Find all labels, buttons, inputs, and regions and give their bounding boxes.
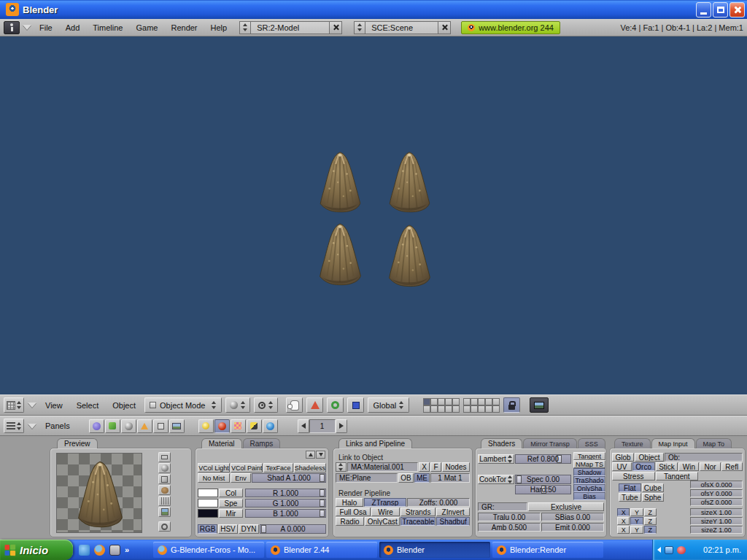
- bias-toggle[interactable]: Bias: [573, 492, 605, 500]
- env-toggle[interactable]: Env: [231, 473, 251, 483]
- fake-user-button[interactable]: F: [430, 462, 441, 472]
- strands-toggle[interactable]: Strands: [400, 508, 436, 516]
- slider-knob[interactable]: [320, 474, 325, 482]
- layer-toggle[interactable]: [471, 398, 478, 405]
- nmap-ts-toggle[interactable]: NMap TS: [573, 460, 605, 468]
- shadow-toggle[interactable]: Shadow: [573, 468, 605, 476]
- uv-toggle[interactable]: UV: [612, 462, 632, 471]
- ztransp-toggle[interactable]: ZTransp: [364, 498, 406, 507]
- mirror-color-swatch[interactable]: [198, 509, 218, 518]
- tab-texture[interactable]: Texture: [614, 438, 651, 448]
- maximize-button[interactable]: [713, 2, 728, 18]
- spec-slider[interactable]: Spec 0.00: [515, 475, 571, 484]
- tray-antivirus-icon[interactable]: [677, 546, 686, 554]
- material-delete-button[interactable]: X: [419, 462, 430, 472]
- green-slider[interactable]: G 1.000: [245, 499, 326, 508]
- sbias-field[interactable]: SBias 0.00: [541, 513, 604, 521]
- tab-map-to[interactable]: Map To: [696, 438, 732, 448]
- panels-menu[interactable]: Panels: [40, 420, 75, 432]
- layer-toggle[interactable]: [463, 405, 471, 413]
- map-y-toggle[interactable]: Y: [630, 526, 643, 534]
- lamp-buttons-button[interactable]: [198, 419, 214, 433]
- ofsz-field[interactable]: ofsZ 0.000: [690, 498, 743, 506]
- layer-toggle[interactable]: [445, 405, 452, 413]
- alpha-slider[interactable]: A 0.000: [260, 524, 326, 534]
- stress-toggle[interactable]: Stress: [612, 472, 655, 481]
- diffuse-shader-dropdown[interactable]: Lambert: [478, 454, 514, 464]
- material-browse-button[interactable]: [336, 462, 347, 472]
- manipulator-translate-button[interactable]: [306, 397, 323, 413]
- layer-toggle[interactable]: [430, 398, 438, 405]
- sizez-field[interactable]: sizeZ 1.00: [690, 526, 743, 534]
- object-name-field[interactable]: Ob:: [665, 453, 743, 462]
- layer-toggle[interactable]: [485, 405, 492, 413]
- world-buttons-button[interactable]: [263, 419, 278, 433]
- scene-delete-button[interactable]: [438, 21, 451, 34]
- frame-number-field[interactable]: 1: [309, 419, 336, 433]
- map-x-toggle[interactable]: X: [617, 517, 630, 525]
- blue-slider[interactable]: B 1.000: [245, 509, 326, 518]
- emit-field[interactable]: Emit 0.000: [541, 523, 604, 532]
- exclusive-toggle[interactable]: Exclusive: [528, 502, 604, 511]
- header-collapse-icon[interactable]: [28, 424, 36, 429]
- vcol-light-toggle[interactable]: VCol Light: [198, 463, 230, 472]
- render-this-window-button[interactable]: [530, 397, 549, 413]
- material-buttons-button[interactable]: [214, 419, 230, 433]
- quick-launch-overflow-chevron[interactable]: »: [125, 545, 129, 554]
- me-toggle[interactable]: ME: [414, 473, 430, 483]
- map-y-toggle[interactable]: Y: [630, 517, 643, 525]
- menu-object[interactable]: Object: [107, 400, 141, 411]
- layer-toggle[interactable]: [430, 405, 438, 413]
- vcol-paint-toggle[interactable]: VCol Paint: [231, 463, 263, 472]
- scene-context-button[interactable]: [169, 419, 185, 433]
- layer-toggle[interactable]: [463, 398, 471, 405]
- red-slider[interactable]: R 1.000: [245, 489, 326, 497]
- shadow-alpha-slider[interactable]: Shad A 1.000: [252, 473, 326, 483]
- object-toggle[interactable]: Object: [635, 453, 664, 462]
- object-context-button[interactable]: [137, 419, 152, 433]
- lock-layers-button[interactable]: [503, 397, 520, 413]
- script-context-button[interactable]: [105, 419, 120, 433]
- tab-mirror-transp[interactable]: Mirror Transp: [523, 438, 577, 448]
- blender-org-link[interactable]: www.blender.org 244: [461, 21, 560, 34]
- layer-toggle[interactable]: [423, 398, 430, 405]
- close-button[interactable]: [729, 2, 745, 18]
- layer-toggle[interactable]: [438, 398, 445, 405]
- sizey-field[interactable]: sizeY 1.00: [690, 517, 743, 525]
- orco-toggle[interactable]: Orco: [632, 462, 655, 471]
- onlysha-toggle[interactable]: OnlySha: [573, 484, 605, 492]
- start-button[interactable]: Inicio: [0, 540, 73, 560]
- shading-context-button[interactable]: [121, 419, 136, 433]
- mir-toggle[interactable]: Mir: [219, 509, 243, 518]
- ofsy-field[interactable]: ofsY 0.000: [690, 489, 743, 497]
- editing-context-button[interactable]: [153, 419, 169, 433]
- editor-type-dropdown[interactable]: [4, 419, 24, 433]
- layer-toggle[interactable]: [478, 398, 485, 405]
- logic-context-button[interactable]: [89, 419, 104, 433]
- header-collapse-icon[interactable]: [23, 25, 31, 30]
- tangent-map-toggle[interactable]: Tangent: [656, 472, 699, 481]
- glob-toggle[interactable]: Glob: [612, 453, 634, 462]
- map-x-toggle[interactable]: X: [617, 526, 630, 534]
- shadbuf-toggle[interactable]: Shadbuf: [436, 517, 470, 526]
- tab-links-pipeline[interactable]: Links and Pipeline: [338, 438, 412, 448]
- layer-toggle[interactable]: [445, 398, 452, 405]
- map-x-toggle[interactable]: X: [617, 508, 630, 516]
- shadeless-toggle[interactable]: Shadeless: [294, 463, 326, 472]
- tube-projection-toggle[interactable]: Tube: [619, 493, 641, 502]
- zoffs-field[interactable]: Zoffs: 0.000: [407, 498, 470, 507]
- material-name-field[interactable]: MA:Material.001: [347, 462, 418, 472]
- scene-object-tree[interactable]: [385, 150, 433, 213]
- scene-object-tree[interactable]: [316, 150, 364, 213]
- full-osa-toggle[interactable]: Full Osa: [336, 508, 371, 516]
- scene-object-tree[interactable]: [384, 223, 434, 287]
- specular-color-swatch[interactable]: [198, 499, 218, 508]
- layer-toggle[interactable]: [438, 405, 445, 413]
- texture-buttons-button[interactable]: [231, 419, 246, 433]
- taskbar-task-blender[interactable]: Blender: [379, 542, 490, 558]
- menu-timeline[interactable]: Timeline: [88, 22, 128, 34]
- zinvert-toggle[interactable]: ZInvert: [436, 508, 470, 516]
- stick-toggle[interactable]: Stick: [656, 462, 678, 471]
- layer-toggle[interactable]: [452, 405, 460, 413]
- tralu-field[interactable]: Tralu 0.00: [478, 513, 541, 521]
